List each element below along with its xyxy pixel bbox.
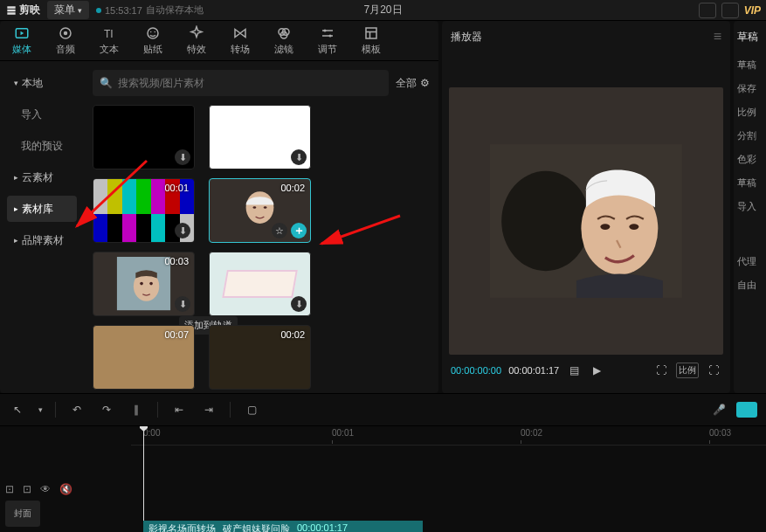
tab-adjust[interactable]: 调节 xyxy=(306,21,349,61)
right-item[interactable]: 保存 xyxy=(737,82,763,95)
svg-rect-12 xyxy=(366,28,376,38)
thumb-duration: 00:02 xyxy=(280,183,305,193)
tab-audio[interactable]: 音频 xyxy=(44,21,87,61)
sidebar-brand[interactable]: ▸品牌素材 xyxy=(7,227,77,253)
adjust-icon xyxy=(320,25,335,41)
tab-transition[interactable]: 转场 xyxy=(218,21,262,61)
thumb-white[interactable]: ⬇ xyxy=(209,105,311,169)
pointer-tool[interactable]: ↖ xyxy=(9,401,26,418)
clip-subtitle: 破产姐妹疑问脸 xyxy=(223,522,290,532)
media-sidebar: ▾本地 导入 我的预设 ▸云素材 ▸素材库 ▸品牌素材 xyxy=(0,61,84,393)
time-ruler[interactable]: 0:00 00:01 00:02 00:03 xyxy=(131,428,766,446)
sidebar-library[interactable]: ▸素材库 xyxy=(7,196,77,222)
chevron-right-icon: ▸ xyxy=(14,204,18,213)
layout-button-1[interactable] xyxy=(699,3,716,18)
cover-button[interactable]: 封面 xyxy=(5,501,40,527)
download-icon[interactable]: ⬇ xyxy=(291,296,307,312)
zoom-chip[interactable] xyxy=(736,402,757,418)
media-panel: 媒体 音频 TI 文本 贴纸 特效 转场 xyxy=(0,21,438,393)
playhead[interactable] xyxy=(143,426,144,532)
tab-media[interactable]: 媒体 xyxy=(0,21,44,61)
right-item[interactable]: 比例 xyxy=(737,106,763,119)
sidebar-cloud[interactable]: ▸云素材 xyxy=(7,164,77,190)
thumb-colorbars[interactable]: 00:01 ⬇ xyxy=(93,178,195,243)
right-item[interactable]: 色彩 xyxy=(737,153,763,166)
tab-sticker[interactable]: 贴纸 xyxy=(131,21,175,61)
tab-filter[interactable]: 滤镜 xyxy=(262,21,306,61)
ratio-button[interactable]: 比例 xyxy=(676,363,699,378)
thumb-face-hover[interactable]: 00:02 ☆ ＋ xyxy=(209,178,311,243)
safe-zone-icon[interactable]: ⛶ xyxy=(653,363,669,378)
thumb-room[interactable]: 00:07 xyxy=(93,325,195,390)
mute-icon[interactable]: 🔇 xyxy=(59,483,72,495)
fullscreen-icon[interactable]: ⛶ xyxy=(706,363,721,378)
download-icon[interactable]: ⬇ xyxy=(291,149,307,165)
lock-icon[interactable]: ⊡ xyxy=(5,483,14,495)
split-tool[interactable]: ∥ xyxy=(128,401,145,418)
tab-text[interactable]: TI 文本 xyxy=(87,21,131,61)
right-item[interactable]: 代理 xyxy=(737,255,763,268)
right-item[interactable]: 草稿 xyxy=(737,59,763,72)
transition-icon xyxy=(232,25,248,41)
player-controls: 00:00:00:00 00:00:01:17 ▤ ▶ ⛶ 比例 ⛶ xyxy=(449,355,723,386)
tab-fx[interactable]: 特效 xyxy=(175,21,218,61)
media-grid: ⬇ ⬇ 00:01 ⬇ 00:02 xyxy=(93,105,430,393)
download-icon[interactable]: ⬇ xyxy=(175,296,190,312)
download-icon[interactable]: ⬇ xyxy=(175,223,190,238)
download-icon[interactable]: ⬇ xyxy=(175,149,190,165)
chevron-down-icon: ▾ xyxy=(14,79,18,87)
svg-point-10 xyxy=(324,30,327,32)
add-to-track-button[interactable]: ＋ xyxy=(291,223,307,238)
crop-tool[interactable]: ▢ xyxy=(243,401,260,418)
vip-badge[interactable]: VIP xyxy=(744,4,761,17)
text-icon: TI xyxy=(101,25,117,41)
redo-button[interactable]: ↷ xyxy=(98,401,115,418)
trim-right-tool[interactable]: ⇥ xyxy=(200,401,217,418)
video-clip[interactable]: 影视名场面转场 破产姐妹疑问脸 00:00:01:17 xyxy=(143,521,423,532)
visible-icon[interactable]: ⊡ xyxy=(23,483,31,495)
right-item[interactable]: 自由 xyxy=(737,279,763,292)
thumb-crowd[interactable]: 00:02 xyxy=(209,325,311,390)
search-input[interactable] xyxy=(118,77,382,89)
project-title: 7月20日 xyxy=(363,3,402,17)
right-item[interactable]: 草稿 xyxy=(737,176,763,190)
thumb-duration: 00:01 xyxy=(164,183,189,193)
chevron-down-icon: ▾ xyxy=(38,405,43,414)
svg-point-11 xyxy=(329,35,332,38)
play-button[interactable]: ▶ xyxy=(589,363,604,378)
autosave-status: 15:53:17 自动保存本地 xyxy=(96,3,204,17)
tab-template[interactable]: 模板 xyxy=(349,21,393,61)
svg-point-6 xyxy=(155,31,156,33)
trim-left-tool[interactable]: ⇤ xyxy=(170,401,188,418)
track-buttons: ⊡ ⊡ 👁 🔇 xyxy=(5,483,126,495)
player-list-icon[interactable]: ▤ xyxy=(566,363,582,378)
right-item[interactable]: 导入 xyxy=(737,200,763,213)
timeline-toolbar: ↖ ▾ ↶ ↷ ∥ ⇤ ⇥ ▢ 🎤 xyxy=(0,393,766,426)
media-icon xyxy=(14,25,30,41)
clip-title: 影视名场面转场 xyxy=(148,522,216,532)
layout-button-2[interactable] xyxy=(721,3,739,18)
thumb-face-2[interactable]: 00:03 ⬇ 添加到轨道 xyxy=(93,252,195,316)
svg-point-2 xyxy=(64,31,68,36)
thumb-decorative[interactable]: ⬇ xyxy=(209,252,311,316)
player-viewport[interactable] xyxy=(449,87,723,355)
sidebar-local[interactable]: ▾本地 xyxy=(7,70,77,96)
thumb-black[interactable]: ⬇ xyxy=(93,105,195,169)
menu-button[interactable]: 菜单 ▾ xyxy=(47,1,89,19)
chevron-right-icon: ▸ xyxy=(14,173,18,182)
thumb-duration: 00:02 xyxy=(280,329,305,340)
app-logo: 剪映 xyxy=(5,3,40,17)
timecode-total: 00:00:01:17 xyxy=(508,365,559,376)
sidebar-import[interactable]: 导入 xyxy=(7,101,77,128)
favorite-icon[interactable]: ☆ xyxy=(272,223,287,238)
search-box[interactable]: 🔍 xyxy=(93,70,389,96)
svg-point-26 xyxy=(629,224,638,230)
eye-icon[interactable]: 👁 xyxy=(40,483,51,495)
player-menu-icon[interactable]: ≡ xyxy=(714,29,721,45)
sidebar-presets[interactable]: 我的预设 xyxy=(7,133,77,159)
right-panel: 草稿 草稿 保存 比例 分割 色彩 草稿 导入 代理 自由 xyxy=(734,21,766,393)
filter-all-button[interactable]: 全部 ⚙ xyxy=(396,76,430,91)
right-item[interactable]: 分割 xyxy=(737,129,763,142)
undo-button[interactable]: ↶ xyxy=(68,401,86,418)
mic-icon[interactable]: 🎤 xyxy=(710,401,728,418)
